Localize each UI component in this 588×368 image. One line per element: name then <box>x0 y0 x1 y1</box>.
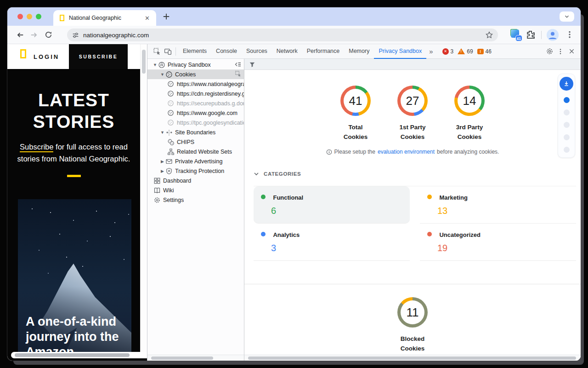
total-cookies-donut-chart[interactable]: 41 <box>340 86 371 116</box>
blocked-cookies-donut-chart[interactable]: 11 <box>397 297 428 328</box>
forward-button[interactable] <box>29 30 39 40</box>
tree-item-dashboard[interactable]: Dashboard <box>147 176 244 185</box>
categories-title: CATEGORIES <box>264 171 301 177</box>
section-nav-dot[interactable] <box>564 147 570 153</box>
category-card-marketing[interactable]: Marketing 13 <box>420 186 576 224</box>
tree-item-settings[interactable]: Settings <box>147 195 244 205</box>
tree-horizontal-scrollbar[interactable] <box>147 355 244 361</box>
back-button[interactable] <box>16 30 25 40</box>
category-card-uncategorized[interactable]: Uncategorized 19 <box>420 224 576 261</box>
close-window-button[interactable] <box>17 14 23 19</box>
tree-item-private-advertising[interactable]: ▶ Private Advertising <box>147 156 244 166</box>
tab-network[interactable]: Network <box>272 44 302 59</box>
page-vertical-scrollbar-thumb[interactable] <box>142 50 146 74</box>
section-nav-dot[interactable] <box>564 134 570 140</box>
inspect-element-button[interactable] <box>151 46 162 57</box>
extension-shortcut-button[interactable]: 41 <box>510 29 521 40</box>
url-bar[interactable]: nationalgeographic.com <box>67 29 498 41</box>
tab-sources[interactable]: Sources <box>242 44 272 59</box>
tab-performance[interactable]: Performance <box>302 44 345 59</box>
error-badge-icon: ✕ <box>442 48 449 55</box>
page-horizontal-scrollbar-thumb[interactable] <box>15 353 130 357</box>
main-horizontal-scrollbar[interactable] <box>244 355 581 361</box>
browser-tab[interactable]: National Geographic ✕ <box>53 10 156 26</box>
tab-title: National Geographic <box>69 15 143 21</box>
login-link[interactable]: LOGIN <box>34 53 59 60</box>
download-report-button[interactable] <box>560 77 573 91</box>
bookmark-star-icon[interactable] <box>485 31 493 39</box>
tab-search-button[interactable] <box>560 12 574 22</box>
tree-item-tracking-protection[interactable]: ▶ Tracking Protection <box>147 166 244 176</box>
section-nav-dot[interactable] <box>564 109 570 115</box>
natgeo-logo-icon[interactable] <box>20 49 26 58</box>
device-toolbar-button[interactable] <box>162 46 173 57</box>
tab-close-icon[interactable]: ✕ <box>143 14 152 23</box>
collapse-sidebar-icon[interactable] <box>234 61 242 68</box>
tab-console[interactable]: Console <box>211 44 242 59</box>
tree-scrollbar-thumb[interactable] <box>151 356 213 360</box>
site-settings-icon[interactable] <box>72 31 79 39</box>
story-card[interactable]: A one-of-a-kind journey into the Amazon <box>18 199 131 358</box>
tree-item-cookie-origin[interactable]: https://securepubads.g.doubleclick.net <box>147 98 244 108</box>
tree-item-site-boundaries[interactable]: ▼ Site Boundaries <box>147 127 244 137</box>
tree-item-wiki[interactable]: Wiki <box>147 185 244 195</box>
tab-memory[interactable]: Memory <box>344 44 374 59</box>
minimize-window-button[interactable] <box>27 14 32 19</box>
collapsed-arrow-icon[interactable]: ▶ <box>159 169 165 173</box>
chevron-down-icon[interactable] <box>254 171 259 177</box>
functional-dot-icon <box>261 195 266 199</box>
devtools-close-button[interactable] <box>566 46 577 57</box>
expand-arrow-icon[interactable]: ▼ <box>152 63 158 67</box>
analytics-dot-icon <box>261 232 266 236</box>
collapsed-arrow-icon[interactable]: ▶ <box>159 159 165 164</box>
more-tabs-icon[interactable]: » <box>426 47 435 55</box>
cookie-icon <box>167 109 175 117</box>
third-party-cookies-donut-chart[interactable]: 14 <box>454 86 485 116</box>
section-nav-dot-active[interactable] <box>564 97 570 103</box>
subscribe-button[interactable]: SUBSCRIBE <box>69 44 128 69</box>
tree-item-cookie-origin[interactable]: https://cdn.registerdisney.go.com <box>147 89 244 98</box>
tree-item-related-website-sets[interactable]: Related Website Sets <box>147 147 244 156</box>
url-text[interactable]: nationalgeographic.com <box>83 32 485 39</box>
hero-title-line1: LATEST <box>7 89 140 111</box>
expand-arrow-icon[interactable]: ▼ <box>159 130 165 135</box>
inspect-target-icon[interactable] <box>235 70 242 77</box>
console-status[interactable]: ✕ 3 69 ! 46 <box>442 48 496 55</box>
tree-item-privacy-sandbox[interactable]: ▼ Privacy Sandbox <box>147 60 244 69</box>
new-tab-button[interactable] <box>162 12 171 21</box>
devtools-tabbar: Elements Console Sources Network Perform… <box>147 44 581 59</box>
filter-funnel-icon[interactable] <box>249 61 255 68</box>
categories-section-header[interactable]: CATEGORIES <box>254 171 301 177</box>
main-scrollbar-thumb[interactable] <box>248 356 576 360</box>
webpage-viewport: LOGIN SUBSCRIBE LATEST STORIES Subscribe… <box>7 44 147 361</box>
category-count: 6 <box>271 206 410 216</box>
tab-elements[interactable]: Elements <box>178 44 211 59</box>
category-name: Analytics <box>273 231 300 238</box>
tree-item-cookie-origin[interactable]: https://tpc.googlesyndication.com <box>147 118 244 127</box>
page-horizontal-scrollbar[interactable] <box>11 352 147 358</box>
browser-menu-button[interactable] <box>565 30 574 39</box>
section-nav-dot[interactable] <box>564 122 570 128</box>
category-card-analytics[interactable]: Analytics 3 <box>254 224 410 261</box>
maximize-window-button[interactable] <box>36 14 41 19</box>
tree-item-chips[interactable]: CHIPS <box>147 137 244 147</box>
page-vertical-scrollbar[interactable] <box>140 44 147 352</box>
category-card-functional[interactable]: Functional 6 <box>254 186 410 224</box>
expand-arrow-icon[interactable]: ▼ <box>159 72 165 77</box>
browser-toolbar: nationalgeographic.com 41 <box>7 26 581 44</box>
tree-item-cookies[interactable]: ▼ Cookies <box>147 69 244 79</box>
subscribe-text-link[interactable]: Subscribe <box>20 143 53 152</box>
reload-button[interactable] <box>44 30 53 40</box>
devtools-settings-button[interactable] <box>544 46 555 57</box>
natgeo-favicon-icon <box>60 15 64 21</box>
extensions-menu-button[interactable] <box>526 30 535 40</box>
first-party-cookies-donut-chart[interactable]: 27 <box>397 86 428 116</box>
category-name: Functional <box>273 194 303 201</box>
tree-item-cookie-origin[interactable]: https://www.google.com <box>147 108 244 118</box>
devtools-menu-button[interactable] <box>555 46 566 57</box>
tree-item-cookie-origin[interactable]: https://www.nationalgeographic.com <box>147 79 244 89</box>
tab-privacy-sandbox[interactable]: Privacy Sandbox <box>374 44 426 59</box>
evaluation-environment-link[interactable]: evaluation environment <box>378 149 435 155</box>
blocked-cookies-value: 11 <box>407 305 419 320</box>
profile-avatar[interactable] <box>547 29 559 41</box>
